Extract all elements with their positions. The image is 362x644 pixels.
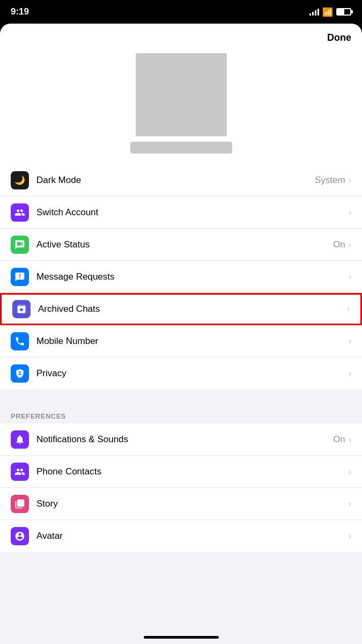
avatar-label: Avatar <box>36 531 349 541</box>
main-settings-group: 🌙 Dark Mode System › Switch Account › <box>0 164 362 390</box>
settings-item-archived-chats[interactable]: Archived Chats › <box>0 293 362 325</box>
settings-item-message-requests[interactable]: Message Requests › <box>0 261 362 293</box>
privacy-label: Privacy <box>36 368 349 379</box>
name-placeholder <box>130 142 232 153</box>
main-content: Done 🌙 Dark Mode System › <box>0 24 362 644</box>
signal-icon <box>309 8 319 16</box>
avatar-chevron: › <box>349 531 351 541</box>
settings-item-switch-account[interactable]: Switch Account › <box>0 196 362 229</box>
phone-contacts-label: Phone Contacts <box>36 466 349 477</box>
settings-item-notifications[interactable]: Notifications & Sounds On › <box>0 423 362 456</box>
settings-item-dark-mode[interactable]: 🌙 Dark Mode System › <box>0 164 362 196</box>
preferences-group: Notifications & Sounds On › Phone Contac… <box>0 423 362 552</box>
active-status-icon <box>11 236 29 254</box>
phone-contacts-icon <box>11 463 29 481</box>
privacy-chevron: › <box>349 369 351 378</box>
privacy-icon <box>11 364 29 383</box>
status-time: 9:19 <box>11 6 29 17</box>
status-bar: 9:19 📶 <box>0 0 362 24</box>
switch-account-chevron: › <box>349 208 351 217</box>
profile-section <box>0 48 362 164</box>
phone-contacts-chevron: › <box>349 467 351 477</box>
done-button[interactable]: Done <box>327 32 351 43</box>
archived-chats-label: Archived Chats <box>38 304 347 314</box>
settings-item-story[interactable]: Story › <box>0 488 362 520</box>
mobile-number-label: Mobile Number <box>36 336 349 347</box>
avatar-icon <box>11 527 29 545</box>
active-status-value: On <box>333 239 345 250</box>
archived-chats-chevron: › <box>347 304 350 314</box>
separator-1 <box>0 390 362 405</box>
dark-mode-label: Dark Mode <box>36 175 315 186</box>
header: Done <box>0 24 362 48</box>
notifications-value: On <box>333 434 345 445</box>
preferences-section-header: PREFERENCES <box>0 405 362 423</box>
notifications-label: Notifications & Sounds <box>36 434 333 445</box>
dark-mode-chevron: › <box>349 175 351 185</box>
battery-icon <box>336 8 351 16</box>
message-requests-chevron: › <box>349 272 351 282</box>
home-indicator <box>144 636 219 639</box>
story-icon <box>11 495 29 513</box>
story-chevron: › <box>349 499 351 509</box>
settings-item-active-status[interactable]: Active Status On › <box>0 229 362 261</box>
status-icons: 📶 <box>309 7 351 17</box>
mobile-number-icon <box>11 332 29 350</box>
story-label: Story <box>36 499 349 509</box>
notifications-chevron: › <box>349 435 351 444</box>
message-requests-label: Message Requests <box>36 272 349 282</box>
settings-list: 🌙 Dark Mode System › Switch Account › <box>0 164 362 552</box>
active-status-label: Active Status <box>36 239 333 250</box>
active-status-chevron: › <box>349 240 351 250</box>
avatar-placeholder <box>136 53 227 136</box>
switch-account-icon <box>11 203 29 222</box>
settings-item-phone-contacts[interactable]: Phone Contacts › <box>0 456 362 488</box>
archived-chats-icon <box>12 300 31 318</box>
notifications-icon <box>11 430 29 449</box>
message-requests-icon <box>11 268 29 286</box>
settings-item-mobile-number[interactable]: Mobile Number › <box>0 325 362 357</box>
dark-mode-value: System <box>315 175 345 186</box>
settings-item-privacy[interactable]: Privacy › <box>0 357 362 390</box>
mobile-number-chevron: › <box>349 336 351 346</box>
settings-item-avatar[interactable]: Avatar › <box>0 520 362 552</box>
switch-account-label: Switch Account <box>36 207 349 218</box>
wifi-icon: 📶 <box>322 7 333 17</box>
dark-mode-icon: 🌙 <box>11 171 29 189</box>
